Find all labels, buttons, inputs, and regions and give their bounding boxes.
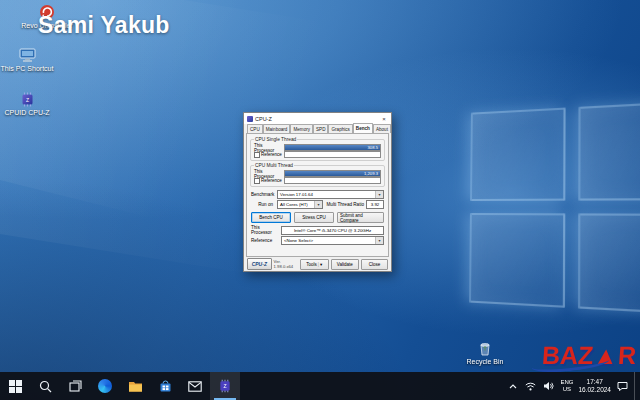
desktop-icon-label: CPUID CPU-Z [4,109,49,117]
clock-time: 17:47 [578,378,611,386]
reference-label: Reference [261,152,282,157]
close-window-button[interactable]: Close [361,259,388,270]
tab-cpu[interactable]: CPU [247,124,263,133]
submit-and-compare-button[interactable]: Submit and Compare [337,212,384,223]
run-on-dropdown[interactable]: All Cores (HT) ▾ [277,200,323,209]
button-label: Submit and Compare [340,213,381,223]
watermark-username: Sami Yakub [38,12,170,39]
search-icon [39,380,52,393]
close-icon: × [382,116,386,122]
version-text: Ver. 1.98.0.x64 [274,259,298,269]
language-code: ENG [560,379,573,386]
windows-start-icon [9,380,22,393]
taskbar-mail-button[interactable] [180,372,210,400]
cpuz-window-icon [247,116,253,122]
tab-graphics[interactable]: Graphics [328,124,352,133]
tab-strip: CPU Mainboard Memory SPD Graphics Bench … [244,124,391,133]
tab-bench[interactable]: Bench [353,123,373,133]
chevron-down-icon: ▾ [375,237,383,244]
taskbar-clock[interactable]: 17:47 16.02.2024 [578,378,611,394]
desktop-icon-this-pc[interactable]: This PC Shortcut [0,46,54,73]
tray-expand-button[interactable] [506,380,519,393]
tab-spd[interactable]: SPD [313,124,328,133]
button-label: Tools [306,262,317,267]
cpuz-taskbar-icon: Z [218,379,232,393]
reference-checkbox[interactable] [254,178,260,184]
validate-button[interactable]: Validate [331,259,360,270]
taskbar-cpuz-button[interactable]: Z [210,372,240,400]
button-label: Validate [337,262,353,267]
svg-text:Z: Z [223,383,226,389]
taskbar-file-explorer-button[interactable] [120,372,150,400]
stress-cpu-button[interactable]: Stress CPU [294,212,334,223]
reference-field-label: Reference [251,238,279,243]
desktop-icon-label: Recycle Bin [467,358,504,366]
this-pc-icon [17,46,37,64]
mail-icon [188,381,202,392]
benchmark-version-dropdown[interactable]: Version 17.01.64 ▾ [277,190,384,199]
reference-checkbox[interactable] [254,152,260,158]
taskbar-store-button[interactable] [150,372,180,400]
recycle-bin-icon [475,339,495,357]
run-on-label: Run on [251,202,275,207]
notification-icon [617,381,628,392]
run-on-value: All Cores (HT) [278,202,314,207]
tab-label: Bench [356,126,370,131]
taskbar: Z ENG US 17:47 16.02.2024 [0,372,640,400]
processor-name-field: Intel® Core™ i5-3470 CPU @ 3.20GHz [281,226,384,235]
multi-thread-group: CPU Multi Thread This Processor 1,209.3 … [250,165,385,187]
group-title: CPU Multi Thread [254,163,294,168]
tools-button[interactable]: Tools | ▾ [300,259,329,270]
notification-center-button[interactable] [616,380,629,393]
tab-label: Graphics [331,127,349,132]
button-label: Bench CPU [259,215,283,220]
reference-value: <None Select> [282,238,375,243]
bench-tab-panel: CPU Single Thread This Processor 308.5 R… [246,133,389,257]
score-bar-fill: 1,209.3 [285,171,380,176]
taskbar-edge-button[interactable] [90,372,120,400]
multi-thread-reference-bar [284,177,381,184]
chevron-down-icon: ▾ [320,262,322,267]
store-icon [159,380,172,393]
show-desktop-button[interactable] [634,372,639,400]
bazar-watermark: BAZ▲R [541,343,637,368]
search-button[interactable] [30,372,60,400]
language-indicator[interactable]: ENG US [560,379,573,393]
tab-label: CPU [250,127,260,132]
desktop-icon-recycle-bin[interactable]: Recycle Bin [458,339,512,366]
windows-logo-pane [578,213,640,314]
task-view-icon [69,380,82,393]
edge-icon [98,379,112,393]
reference-dropdown[interactable]: <None Select> ▾ [281,236,384,245]
windows-logo-pane [578,101,640,201]
single-thread-score-bar: 308.5 [284,144,381,151]
bench-cpu-button[interactable]: Bench CPU [251,212,291,223]
button-label: Close [369,262,381,267]
single-thread-reference-bar [284,151,381,158]
tab-mainboard[interactable]: Mainboard [263,124,291,133]
cpuz-logo: CPU-Z [247,258,272,270]
multi-thread-ratio-label: Multi Thread Ratio [325,202,364,207]
window-footer: CPU-Z Ver. 1.98.0.x64 Tools | ▾ Validate… [244,257,391,271]
single-thread-group: CPU Single Thread This Processor 308.5 R… [250,139,385,161]
file-explorer-icon [128,380,143,393]
start-button[interactable] [0,372,30,400]
windows-logo-pane [470,108,566,201]
button-label: Stress CPU [302,215,326,220]
desktop-icon-cpuz[interactable]: Z CPUID CPU-Z [0,90,54,117]
tray-network-button[interactable] [524,380,537,393]
benchmark-version-value: Version 17.01.64 [278,192,375,197]
tab-about[interactable]: About [373,124,391,133]
tab-memory[interactable]: Memory [290,124,313,133]
chevron-down-icon: ▾ [375,191,383,198]
this-processor-field-label: This Processor [251,225,279,235]
windows-logo-wallpaper [469,101,640,314]
tray-volume-button[interactable] [542,380,555,393]
chevron-up-icon [509,384,517,389]
tab-label: SPD [316,127,325,132]
task-view-button[interactable] [60,372,90,400]
language-region: US [560,386,573,393]
svg-text:Z: Z [25,96,28,102]
cpuz-window: CPU-Z × CPU Mainboard Memory SPD Graphic… [243,112,392,272]
close-button[interactable]: × [377,113,391,124]
